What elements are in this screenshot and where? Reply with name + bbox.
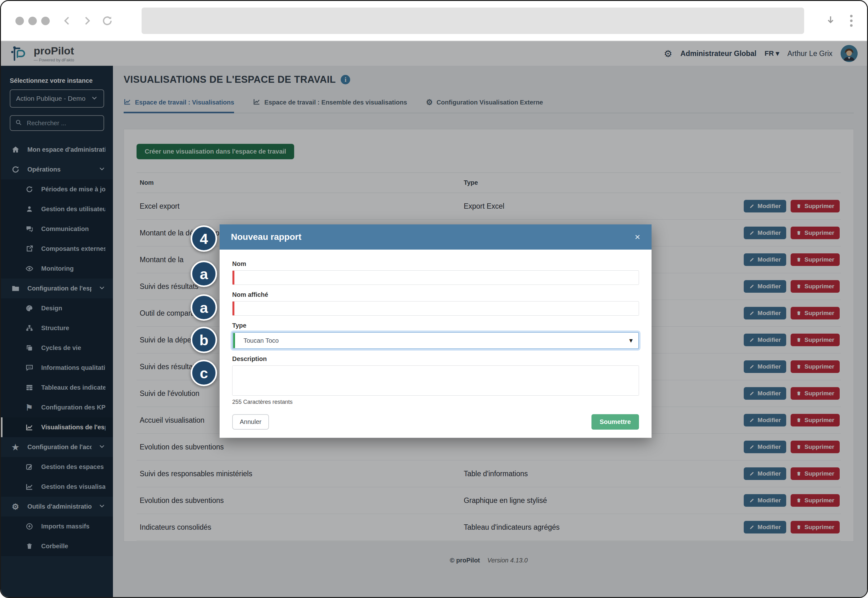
annotation-badge-a: a (191, 261, 217, 287)
app-root: proPilot — Powered by dFakto ⚙ Administr… (1, 41, 867, 597)
browser-window: proPilot — Powered by dFakto ⚙ Administr… (0, 0, 868, 598)
forward-icon[interactable] (81, 15, 93, 27)
invalid-indicator (233, 271, 234, 284)
chevron-down-icon: ▾ (629, 336, 633, 345)
valid-indicator (233, 333, 235, 348)
submit-button[interactable]: Soumettre (591, 414, 639, 430)
annotation-badge-a: a (191, 294, 217, 321)
refresh-icon[interactable] (101, 15, 113, 27)
type-select[interactable]: Toucan Toco ▾ (232, 332, 639, 349)
cancel-button[interactable]: Annuler (232, 414, 269, 430)
description-field[interactable] (232, 365, 639, 396)
back-icon[interactable] (61, 15, 73, 27)
annotation-badge-c: c (191, 360, 217, 386)
nom-affiche-label: Nom affiché (232, 291, 639, 298)
menu-kebab-icon[interactable] (850, 15, 853, 27)
browser-chrome (1, 1, 867, 41)
new-report-modal: Nouveau rapport × Nom Nom affiché (219, 224, 652, 438)
nom-label: Nom (232, 260, 639, 268)
modal-title: Nouveau rapport (231, 232, 301, 242)
characters-remaining: 255 Caractères restants (232, 399, 639, 405)
nom-affiche-field[interactable] (232, 301, 639, 316)
download-icon[interactable] (825, 15, 836, 27)
annotation-badge-4: 4 (191, 225, 217, 252)
address-bar[interactable] (142, 7, 804, 34)
nom-field[interactable] (232, 271, 639, 285)
annotation-badge-b: b (191, 327, 217, 353)
type-label: Type (232, 322, 639, 329)
window-controls[interactable] (15, 17, 50, 25)
close-icon[interactable]: × (635, 232, 640, 242)
description-label: Description (232, 355, 639, 363)
invalid-indicator (233, 302, 234, 315)
